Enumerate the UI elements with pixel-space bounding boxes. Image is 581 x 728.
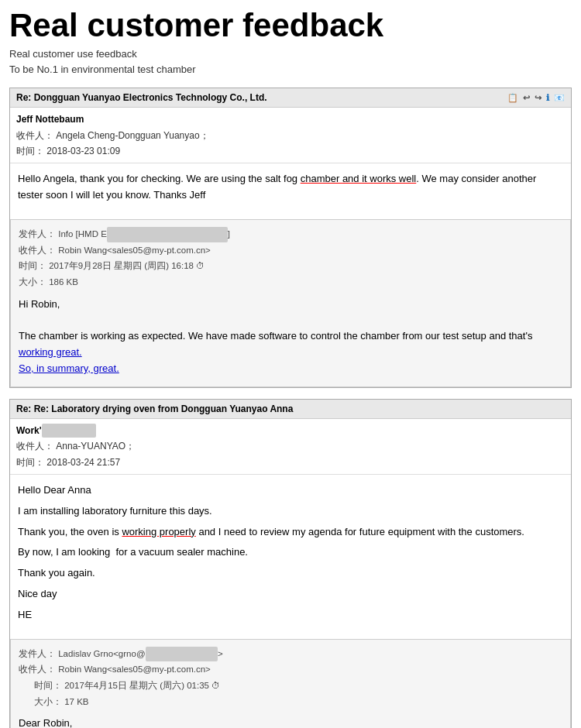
quoted-time-1: 时间： 2017年9月28日 星期四 (周四) 16:18 ⏱ <box>19 258 562 274</box>
email-card-2: Re: Re: Laboratory drying oven from Dong… <box>9 399 572 728</box>
highlighted-phrase-2: working properly <box>122 526 195 537</box>
quoted-time-2: 时间： 2017年4月15日 星期六 (周六) 01:35 ⏱ <box>19 678 562 694</box>
email-to-2: 收件人： Anna-YUANYAO； <box>16 438 565 454</box>
highlighted-phrase-1: chamber and it works well <box>301 173 417 184</box>
email-header-1: Re: Dongguan Yuanyao Electronics Technol… <box>10 88 571 108</box>
email-quoted-2: 发件人： Ladislav Grno<grno@████████████> 收件… <box>10 639 571 728</box>
icon-info[interactable]: ℹ <box>546 93 549 103</box>
quoted-meta-2: 发件人： Ladislav Grno<grno@████████████> 收件… <box>19 646 562 710</box>
quoted-greeting-2: Dear Robin, <box>19 716 562 728</box>
email-meta-1: Jeff Nottebaum 收件人： Angela Cheng-Donggua… <box>10 108 571 163</box>
quoted-to-1: 收件人： Robin Wang<sales05@my-pt.com.cn> <box>19 242 562 259</box>
email-body-line-2b: Thank you, the oven is working properly … <box>18 524 563 541</box>
quoted-greeting-1: Hi Robin, <box>19 297 562 313</box>
icon-reply[interactable]: ↩ <box>523 93 530 103</box>
quoted-body-2: Dear Robin, the chamber is working perfe… <box>19 716 562 728</box>
quoted-body-1: Hi Robin, The chamber is working as expe… <box>19 297 562 377</box>
email-header-icons-1: 📋 ↩ ↪ ℹ 📧 <box>507 93 565 103</box>
page-title: Real customer feedback <box>9 8 572 43</box>
email-time-1: 时间： 2018-03-23 01:09 <box>16 143 565 159</box>
quoted-text-1: The chamber is working as expected. We h… <box>19 328 562 361</box>
email-body-1: Hello Angela, thank you for checking. We… <box>10 163 571 219</box>
subtitle-line1: Real customer use feedback <box>9 46 572 62</box>
quoted-meta-1: 发件人： Info [HMD E████████████████████] 收件… <box>19 226 562 290</box>
email-meta-2: Work'█████████ 收件人： Anna-YUANYAO； 时间： 20… <box>10 419 571 475</box>
email-time-2: 时间： 2018-03-24 21:57 <box>16 455 565 470</box>
quoted-link-1: working great. <box>19 346 82 358</box>
email-subject-2: Re: Re: Laboratory drying oven from Dong… <box>16 403 293 414</box>
email-body-line-2c: By now, I am looking for a vacuum sealer… <box>18 544 563 561</box>
email-body-line-2d: Thank you again. <box>18 565 563 582</box>
email-body-line-2a: I am installing laboratory furniture thi… <box>18 503 563 520</box>
blurred-sender-2: █████████ <box>42 424 96 438</box>
email-greeting-2: Hello Dear Anna <box>18 482 563 499</box>
quoted-size-2: 大小： 17 KB <box>19 694 562 710</box>
email-card-1: Re: Dongguan Yuanyao Electronics Technol… <box>9 88 572 388</box>
blurred-email-1: ████████████████████ <box>107 227 228 242</box>
email-sender-2: Work'█████████ <box>16 423 565 438</box>
email-quoted-1: 发件人： Info [HMD E████████████████████] 收件… <box>10 219 571 387</box>
quoted-size-1: 大小： 186 KB <box>19 274 562 290</box>
blurred-email-2: ████████████ <box>146 647 218 662</box>
quoted-from-2: 发件人： Ladislav Grno<grno@████████████> <box>19 646 562 662</box>
page-subtitle: Real customer use feedback To be No.1 in… <box>9 46 572 77</box>
icon-forward[interactable]: ↪ <box>535 93 541 103</box>
email-subject-1: Re: Dongguan Yuanyao Electronics Technol… <box>16 92 267 103</box>
email-body-2: Hello Dear Anna I am installing laborato… <box>10 475 571 639</box>
quoted-from-1: 发件人： Info [HMD E████████████████████] <box>19 226 562 242</box>
email-body-line-2f: HE <box>18 607 563 623</box>
quoted-to-2: 收件人： Robin Wang<sales05@my-pt.com.cn> <box>19 661 562 678</box>
email-body-text-1: Hello Angela, thank you for checking. We… <box>18 171 563 204</box>
icon-copy[interactable]: 📋 <box>507 93 518 103</box>
quoted-summary-link-1: So, in summary, great. <box>19 362 119 374</box>
email-body-line-2e: Nice day <box>18 586 563 603</box>
email-header-2: Re: Re: Laboratory drying oven from Dong… <box>10 400 571 419</box>
email-sender-1: Jeff Nottebaum <box>16 112 565 127</box>
icon-email[interactable]: 📧 <box>554 93 565 103</box>
subtitle-line2: To be No.1 in environmental test chamber <box>9 62 572 77</box>
quoted-summary-1: So, in summary, great. <box>19 361 562 377</box>
email-to-1: 收件人： Angela Cheng-Dongguan Yuanyao； <box>16 128 565 143</box>
